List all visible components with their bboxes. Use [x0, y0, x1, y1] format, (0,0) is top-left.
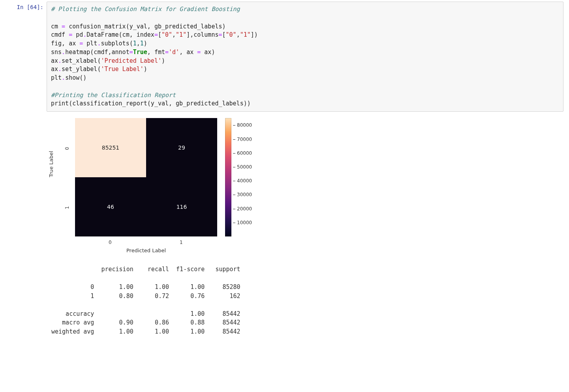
- code-input-area[interactable]: # Plotting the Confusion Matrix for Grad…: [47, 2, 563, 112]
- y-tick-0: 0: [64, 144, 70, 152]
- cbar-label-80000: 80000: [237, 122, 252, 128]
- input-prompt: In [64]:: [0, 2, 47, 10]
- cbar-tick: [233, 153, 235, 154]
- colorbar: [225, 118, 231, 236]
- cbar-label-50000: 50000: [237, 164, 252, 170]
- heatmap-cell-1-1: 116: [146, 177, 217, 236]
- cbar-tick: [233, 139, 235, 140]
- heatmap-cell-1-0: 46: [75, 177, 146, 236]
- y-axis-label: True Label: [48, 151, 54, 177]
- cbar-tick: [233, 223, 235, 223]
- confusion-matrix-heatmap: True Label 0 1 85251 29 46 116 0 1 Predi…: [51, 118, 280, 260]
- classification-report: precision recall f1-score support 0 1.00…: [51, 265, 569, 336]
- code-cell: In [64]: # Plotting the Confusion Matrix…: [0, 2, 569, 112]
- cbar-label-40000: 40000: [237, 178, 252, 184]
- code-block: # Plotting the Confusion Matrix for Grad…: [51, 5, 559, 108]
- cbar-label-70000: 70000: [237, 137, 252, 142]
- cbar-label-20000: 20000: [237, 206, 252, 212]
- x-tick-0: 0: [109, 240, 112, 245]
- x-tick-1: 1: [180, 240, 183, 245]
- cbar-tick: [233, 209, 235, 209]
- prompt-label: In [64]:: [17, 4, 43, 10]
- x-axis-label: Predicted Label: [126, 248, 166, 253]
- cbar-tick: [233, 125, 235, 126]
- heatmap-cell-0-1: 29: [146, 118, 217, 177]
- y-tick-1: 1: [64, 204, 70, 212]
- heatmap-grid: 85251 29 46 116: [75, 118, 217, 236]
- cbar-label-60000: 60000: [237, 150, 252, 156]
- cbar-tick: [233, 181, 235, 181]
- cbar-label-30000: 30000: [237, 192, 252, 197]
- cbar-tick: [233, 195, 235, 195]
- output-area: True Label 0 1 85251 29 46 116 0 1 Predi…: [43, 112, 569, 336]
- heatmap-cell-0-0: 85251: [75, 118, 146, 177]
- cbar-label-10000: 10000: [237, 220, 252, 225]
- cbar-tick: [233, 167, 235, 167]
